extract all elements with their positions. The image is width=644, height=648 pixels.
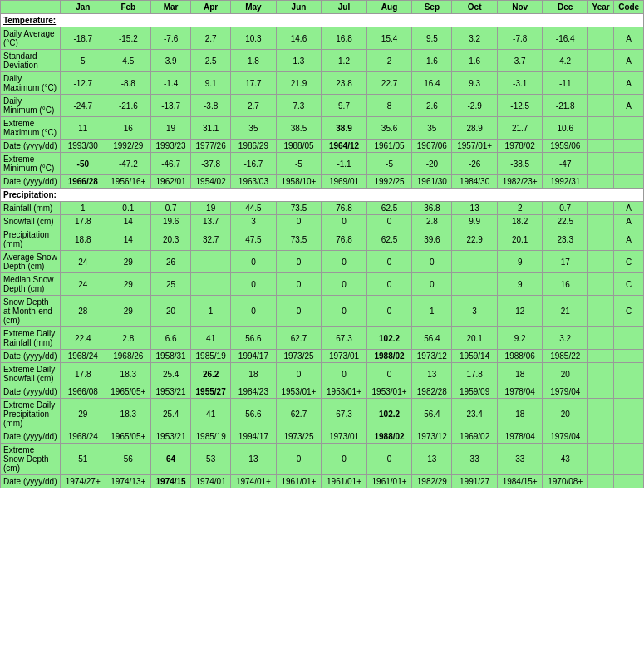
header-may: May [231,1,277,14]
cell-value: 73.5 [276,228,322,251]
cell-value: 1992/29 [106,140,151,153]
table-row: Date (yyyy/dd)1966/081965/05+1953/211955… [1,385,644,399]
cell-value: -47.2 [106,153,151,175]
cell-value: 1984/23 [231,385,277,399]
cell-value: -3.8 [191,95,231,117]
cell-value: A [614,27,644,50]
cell-value: 20.1 [497,228,543,251]
cell-value: 36.8 [412,202,452,215]
cell-value: 13 [231,444,277,475]
cell-value: 2.8 [412,215,452,228]
table-row: Extreme Daily Rainfall (mm)22.42.86.6415… [1,327,644,350]
cell-value: 1965/05+ [106,430,151,444]
table-row: Date (yyyy/dd)1968/241965/05+1953/211985… [1,430,644,444]
cell-value: 17.8 [61,215,106,228]
cell-value: 1953/21 [151,430,191,444]
cell-value: -16.4 [543,27,588,50]
cell-value: 1973/12 [412,430,452,444]
cell-value [614,475,644,488]
cell-value: 17 [543,251,588,273]
cell-value [614,153,644,175]
cell-value: -38.5 [497,153,543,175]
row-label: Date (yyyy/dd) [1,385,61,399]
cell-value: 102.2 [366,399,412,430]
cell-value: 14 [106,215,151,228]
cell-value: 1993/30 [61,140,106,153]
cell-value: 14.6 [276,27,322,50]
table-row: Average Snow Depth (cm)24292600000917C [1,251,644,273]
cell-value: 35.6 [366,117,412,140]
cell-value: 1984/15+ [497,475,543,488]
row-label: Median Snow Depth (cm) [1,273,61,296]
cell-value: 1.6 [412,50,452,72]
cell-value: 1992/31 [543,175,588,189]
cell-value [614,363,644,385]
cell-value: 1966/28 [61,175,106,189]
cell-value: 53 [191,444,231,475]
cell-value: -2.9 [452,95,498,117]
header-dec: Dec [543,1,588,14]
cell-value: 18 [231,363,277,385]
cell-value: A [614,72,644,95]
row-label: Daily Average (°C) [1,27,61,50]
cell-value: 15.4 [366,27,412,50]
cell-value: 9.1 [191,72,231,95]
cell-value: 1953/01+ [276,385,322,399]
row-label: Snow Depth at Month-end (cm) [1,296,61,327]
header-year: Year [588,1,614,14]
cell-value: 0 [322,444,367,475]
cell-value: 2.7 [231,95,277,117]
cell-value [588,228,614,251]
cell-value: 2.8 [106,327,151,350]
cell-value: 0 [322,363,367,385]
cell-value: 11 [61,117,106,140]
cell-value: 1961/30 [412,175,452,189]
table-row: Snow Depth at Month-end (cm)282920100001… [1,296,644,327]
cell-value: 0 [366,251,412,273]
cell-value: A [614,50,644,72]
cell-value: 1974/13+ [106,475,151,488]
table-row: Standard Deviation54.53.92.51.81.31.221.… [1,50,644,72]
cell-value: C [614,296,644,327]
cell-value: 22.5 [543,215,588,228]
header-jan: Jan [61,1,106,14]
cell-value: -37.8 [191,153,231,175]
table-row: Extreme Daily Snowfall (cm)17.818.325.42… [1,363,644,385]
cell-value: 3.2 [452,27,498,50]
cell-value: 1954/02 [191,175,231,189]
cell-value: 51 [61,444,106,475]
cell-value: A [614,202,644,215]
cell-value: 1967/06 [412,140,452,153]
cell-value: 64 [151,444,191,475]
cell-value [614,327,644,350]
cell-value: -11 [543,72,588,95]
cell-value: 0 [366,444,412,475]
cell-value: 62.5 [366,202,412,215]
cell-value [588,251,614,273]
cell-value: 28.9 [452,117,498,140]
cell-value: 0 [366,273,412,296]
cell-value: 1959/14 [452,350,498,363]
cell-value: 1978/02 [497,140,543,153]
cell-value: 26 [151,251,191,273]
cell-value [588,430,614,444]
cell-value: 38.5 [276,117,322,140]
cell-value: 28 [61,296,106,327]
cell-value: 1962/01 [151,175,191,189]
cell-value: 1968/24 [61,350,106,363]
cell-value: 5 [61,50,106,72]
cell-value: 1988/02 [366,430,412,444]
cell-value [588,363,614,385]
cell-value: 102.2 [366,327,412,350]
cell-value: 1968/26 [106,350,151,363]
header-label [1,1,61,14]
cell-value: 1966/08 [61,385,106,399]
cell-value: 9.7 [322,95,367,117]
cell-value: 1985/22 [543,350,588,363]
header-jun: Jun [276,1,322,14]
cell-value: 1973/01 [322,430,367,444]
row-label: Rainfall (mm) [1,202,61,215]
cell-value [588,444,614,475]
cell-value: 39.6 [412,228,452,251]
cell-value: 16 [106,117,151,140]
